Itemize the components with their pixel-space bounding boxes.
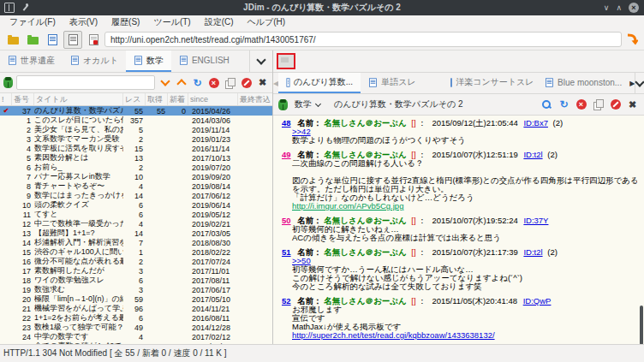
thread-reload-button[interactable]: ↻: [558, 98, 570, 111]
post-text-line: 数学よりも物理の問題のほうがつくりやすそう: [282, 136, 637, 145]
res-anchor-link[interactable]: >>42: [282, 128, 637, 136]
thread-view-button[interactable]: [63, 31, 82, 49]
document-icon: [69, 34, 78, 45]
close-tab-button[interactable]: ✖: [256, 76, 269, 89]
post: ➤ 49 名前： 名無しさん＠おーぷん [] ： 2015/10/07(水)12…: [282, 151, 637, 211]
thread-tab-list-button[interactable]: [635, 73, 644, 93]
image-document-icon: [89, 34, 98, 45]
copy-button[interactable]: [224, 76, 236, 89]
menu-history[interactable]: 履歴(S): [104, 15, 146, 29]
post-number-link[interactable]: 50: [282, 217, 291, 225]
row-since-date: 2017/06/17: [188, 286, 238, 294]
thread-list-body: ✔ 37 のんびり算数・数学パズルそ 55 55 0 2015/04/26 1 …: [0, 106, 272, 344]
post-number-link[interactable]: 48: [282, 119, 291, 128]
post-separator: ：: [418, 248, 426, 257]
post-id-count: (2): [553, 119, 564, 128]
post-author-name[interactable]: 名無しさん＠おーぷん: [324, 297, 406, 306]
url-link[interactable]: http://super2ch.net/test/read.cgi/kqbbzo…: [282, 331, 637, 340]
bbs-list-button[interactable]: [4, 32, 21, 48]
tab-thread-bluemoonstone[interactable]: Blue moonston...: [537, 73, 629, 93]
post-id-link[interactable]: ID:QwP: [523, 297, 552, 306]
board-view-button[interactable]: [44, 32, 61, 48]
post-id-link[interactable]: ID:t2l: [523, 248, 542, 257]
search-input[interactable]: [16, 75, 155, 90]
highlighted-toggle-button[interactable]: [277, 53, 295, 69]
column-title[interactable]: タイトル: [34, 93, 123, 105]
row-since-date: 2016/08/11: [188, 314, 238, 323]
post-name-label: 名前：: [297, 217, 322, 225]
stop-button[interactable]: [240, 76, 253, 89]
tab-thread-yogaku[interactable]: 洋楽コンサートスレ: [443, 73, 537, 93]
thread-list-row[interactable]: 25 全ての素数の積が4π^2で 5 2017/02/12: [0, 341, 272, 344]
menu-help[interactable]: ヘルプ(H): [241, 15, 293, 29]
post-id-link[interactable]: ID:t2l: [523, 151, 542, 159]
tab-thread-nonbiri[interactable]: のんびり算数...: [278, 73, 361, 93]
post-author-name[interactable]: 名無しさん＠おーぷん: [324, 119, 406, 128]
thread-scrollbar[interactable]: [640, 116, 643, 344]
favorites-button[interactable]: [24, 32, 41, 48]
post-date: 2015/10/07(水)19:52:24: [432, 217, 517, 225]
menu-file[interactable]: ファイル(F): [3, 15, 63, 29]
post-id-link[interactable]: ID:37Y: [523, 217, 548, 225]
menu-settings[interactable]: 設定(C): [198, 15, 241, 29]
post-id-link[interactable]: ID:Bx7: [523, 119, 548, 128]
column-mark[interactable]: !: [0, 93, 12, 105]
search-up-button[interactable]: [175, 76, 188, 89]
menu-view[interactable]: 表示(V): [63, 15, 104, 29]
board-select[interactable]: 数学: [292, 98, 323, 110]
tab-sekaiisan[interactable]: 世界遺産: [0, 50, 63, 72]
thread-search-button[interactable]: [540, 98, 553, 111]
column-got[interactable]: 取得: [146, 93, 168, 105]
column-res[interactable]: レス: [123, 93, 146, 105]
post-number-link[interactable]: 49: [282, 151, 291, 159]
thread-list-header[interactable]: ! 番号 タイトル レス 取得 新着 since 最終書込: [0, 93, 272, 106]
row-number: 8: [12, 182, 34, 191]
url-link[interactable]: http://i.imgur.com/APvb5Cg.jpg: [282, 202, 637, 211]
tab-math[interactable]: 数学: [126, 50, 171, 72]
minimize-button[interactable]: ∨: [604, 4, 610, 12]
post-number-link[interactable]: 52: [282, 297, 291, 306]
board-property-icon[interactable]: [3, 77, 13, 88]
row-since-date: 2019/02/21: [188, 220, 238, 228]
post-text-line: お邪魔します: [282, 306, 637, 314]
thread-delete-button[interactable]: ×: [575, 98, 587, 111]
post-author-name[interactable]: 名無しさん＠おーぷん: [324, 151, 406, 159]
column-new[interactable]: 新着: [168, 93, 188, 105]
thread-property-icon[interactable]: [278, 99, 288, 110]
green-folder-icon: [27, 37, 39, 45]
red-x-circle-icon: ×: [209, 78, 219, 88]
post-mail: []: [411, 217, 415, 225]
row-res-count: 2: [123, 163, 146, 172]
close-button[interactable]: ×: [629, 3, 639, 13]
board-tab-list-button[interactable]: [249, 50, 272, 72]
row-number: 2: [12, 126, 34, 134]
row-since-date: 2019/08/14: [188, 182, 238, 191]
url-input[interactable]: [104, 32, 622, 47]
reload-button[interactable]: ↻: [191, 76, 204, 89]
thread-copy-button[interactable]: [592, 98, 605, 111]
tab-occult[interactable]: オカルト: [63, 50, 126, 72]
post-header: 50 名前： 名無しさん＠おーぷん [] ： 2015/10/07(水)19:5…: [282, 217, 637, 225]
post-author-name[interactable]: 名無しさん＠おーぷん: [324, 248, 406, 257]
row-got-count: 55: [146, 107, 168, 116]
board-toolbar: ↻ × ✖: [0, 73, 272, 93]
url-go-button[interactable]: [624, 32, 640, 47]
column-last-write[interactable]: 最終書込: [238, 93, 272, 105]
image-view-button[interactable]: [85, 32, 102, 48]
thread-close-button[interactable]: ✖: [626, 98, 639, 111]
column-number[interactable]: 番号: [12, 93, 34, 105]
scrollbar-handle[interactable]: [640, 306, 643, 344]
post-number-link[interactable]: 51: [282, 248, 291, 257]
tab-english[interactable]: ENGLISH: [171, 50, 237, 72]
res-anchor-link[interactable]: >>50: [282, 257, 637, 265]
search-down-button[interactable]: [158, 76, 171, 89]
column-since[interactable]: since: [188, 93, 238, 105]
thread-stop-button[interactable]: [609, 98, 622, 111]
post-author-name[interactable]: 名無しさん＠おーぷん: [324, 217, 406, 225]
menu-tools[interactable]: ツール(T): [146, 15, 197, 29]
orange-go-arrow-icon: [626, 33, 638, 45]
row-since-date: 2019/09/20: [188, 173, 238, 181]
tab-thread-tango[interactable]: 単語スレ: [361, 73, 443, 93]
maximize-button[interactable]: ∧: [616, 4, 622, 12]
delete-button[interactable]: ×: [207, 76, 220, 89]
